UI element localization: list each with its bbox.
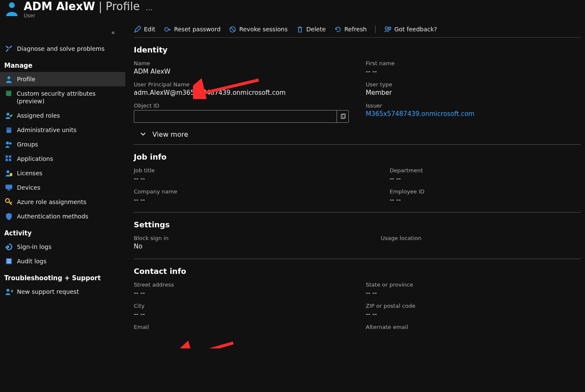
svg-point-3 xyxy=(6,113,9,116)
sidebar-item-auth-methods[interactable]: Authentication methods xyxy=(0,209,125,224)
field-name: Name ADM AlexW xyxy=(134,60,349,75)
svg-rect-10 xyxy=(9,156,11,158)
page-title-user: ADM AlexW xyxy=(24,0,95,13)
section-identity: Identity xyxy=(134,45,581,54)
svg-rect-5 xyxy=(8,129,8,130)
svg-rect-4 xyxy=(6,128,11,133)
feedback-button[interactable]: Got feedback? xyxy=(384,26,437,33)
delete-button[interactable]: Delete xyxy=(296,26,326,33)
svg-point-23 xyxy=(386,27,388,29)
svg-point-1 xyxy=(8,76,11,79)
sidebar-item-label: Azure role assignments xyxy=(17,199,86,205)
sidebar-item-profile[interactable]: Profile xyxy=(0,72,125,86)
support-icon: + xyxy=(5,288,13,295)
toolbar-separator xyxy=(375,25,375,33)
svg-point-19 xyxy=(6,289,9,292)
building-icon xyxy=(5,126,13,134)
field-object-id: Object ID xyxy=(134,102,349,123)
svg-rect-12 xyxy=(9,159,11,161)
field-first-name: First name -- -- xyxy=(366,60,581,75)
title-separator: | xyxy=(99,0,102,13)
field-city: City-- -- xyxy=(134,303,349,318)
field-usage-location: Usage location xyxy=(381,235,581,250)
chevron-down-icon xyxy=(140,130,146,138)
sidebar-item-devices[interactable]: Devices xyxy=(0,180,125,195)
svg-rect-14 xyxy=(10,173,12,176)
refresh-button[interactable]: Refresh xyxy=(334,26,367,33)
sidebar-item-signin-logs[interactable]: Sign-in logs xyxy=(0,240,125,254)
reset-password-button[interactable]: Reset password xyxy=(164,26,221,33)
section-contact: Contact info xyxy=(134,267,581,276)
resource-type-label: User xyxy=(24,13,156,19)
svg-point-17 xyxy=(6,199,9,203)
svg-point-8 xyxy=(9,142,12,145)
monitor-icon xyxy=(5,184,13,191)
tool-label: Refresh xyxy=(345,26,367,33)
svg-rect-11 xyxy=(6,159,8,161)
view-more-label: View more xyxy=(152,130,188,138)
svg-point-13 xyxy=(6,171,9,174)
field-alt-email: Alternate email xyxy=(366,324,581,331)
sidebar-item-label: Groups xyxy=(17,141,38,148)
sidebar-item-role-assignments[interactable]: Azure role assignments xyxy=(0,195,125,209)
license-icon xyxy=(5,169,13,177)
sidebar-item-label: Licenses xyxy=(17,170,42,177)
svg-rect-9 xyxy=(6,156,8,158)
tool-label: Revoke sessions xyxy=(239,26,287,33)
person-icon xyxy=(5,75,13,83)
svg-rect-16 xyxy=(8,190,11,190)
field-upn: User Principal Name adm.AlexW@m365x57487… xyxy=(134,81,349,97)
sidebar-item-custom-security[interactable]: Custom security attributes (preview) xyxy=(0,86,125,108)
sidebar-item-label: Sign-in logs xyxy=(17,243,51,250)
person-check-icon xyxy=(5,112,13,119)
edit-button[interactable]: Edit xyxy=(134,26,155,33)
issuer-link[interactable]: M365x57487439.onmicrosoft.com xyxy=(366,110,581,118)
copy-object-id-button[interactable] xyxy=(337,110,348,122)
sidebar-item-applications[interactable]: Applications xyxy=(0,152,125,166)
sidebar-item-admin-units[interactable]: Administrative units xyxy=(0,123,125,137)
annotation-arrow-2 xyxy=(180,340,235,348)
tool-label: Edit xyxy=(144,26,155,33)
tool-label: Delete xyxy=(306,26,326,33)
svg-point-0 xyxy=(9,2,15,8)
revoke-sessions-button[interactable]: Revoke sessions xyxy=(229,26,287,33)
grid-icon xyxy=(5,155,13,163)
field-email: Email xyxy=(134,324,349,331)
field-department: Department-- -- xyxy=(389,167,581,182)
field-job-title: Job title-- -- xyxy=(134,167,373,182)
field-company: Company name-- -- xyxy=(134,188,373,204)
view-more-toggle[interactable]: View more xyxy=(134,126,581,145)
sidebar-item-label: Assigned roles xyxy=(17,112,60,119)
tool-label: Reset password xyxy=(174,26,221,33)
field-user-type: User type Member xyxy=(366,81,581,97)
sidebar-item-diagnose[interactable]: Diagnose and solve problems xyxy=(0,41,125,56)
sidebar-item-label: Devices xyxy=(17,184,40,191)
tool-label: Got feedback? xyxy=(394,26,437,33)
sidebar-item-label: Custom security attributes (preview) xyxy=(17,90,120,105)
svg-rect-2 xyxy=(6,91,11,97)
sidebar-item-new-support[interactable]: + New support request xyxy=(0,284,125,299)
wrench-icon xyxy=(5,45,13,52)
field-state: State or province-- -- xyxy=(366,282,581,297)
object-id-input[interactable] xyxy=(134,110,337,122)
sidebar-item-audit-logs[interactable]: Audit logs xyxy=(0,254,125,268)
page-title-page: Profile xyxy=(106,0,140,13)
sidebar-item-label: Profile xyxy=(17,76,36,83)
section-job-info: Job info xyxy=(134,152,581,161)
svg-text:+: + xyxy=(10,289,13,294)
sidebar-item-licenses[interactable]: Licenses xyxy=(0,166,125,180)
people-icon xyxy=(5,141,13,148)
svg-rect-15 xyxy=(6,185,12,189)
more-actions-button[interactable]: … xyxy=(143,2,156,14)
user-avatar xyxy=(4,1,19,16)
sidebar-item-label: Audit logs xyxy=(17,258,47,265)
sidebar: » Diagnose and solve problems Manage Pro… xyxy=(0,23,125,348)
key-icon xyxy=(5,198,13,206)
field-issuer: Issuer M365x57487439.onmicrosoft.com xyxy=(366,102,581,123)
sidebar-section-troubleshooting: Troubleshooting + Support xyxy=(0,268,125,284)
sidebar-item-assigned-roles[interactable]: Assigned roles xyxy=(0,108,125,123)
sidebar-item-label: Applications xyxy=(17,155,53,162)
sidebar-item-groups[interactable]: Groups xyxy=(0,137,125,152)
collapse-sidebar-button[interactable]: » xyxy=(110,28,117,38)
sidebar-section-activity: Activity xyxy=(0,224,125,240)
